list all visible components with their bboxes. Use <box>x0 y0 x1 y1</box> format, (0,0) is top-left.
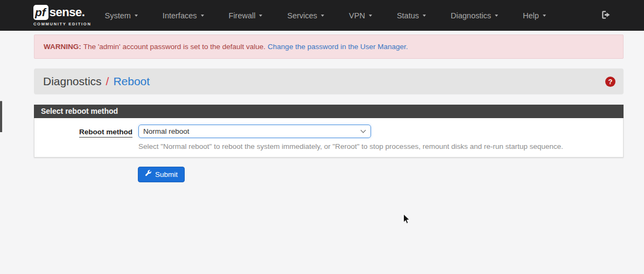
caret-down-icon <box>495 15 498 17</box>
reboot-method-help-text: Select "Normal reboot" to reboot the sys… <box>138 142 623 150</box>
wrench-icon <box>145 170 152 179</box>
breadcrumb-separator: / <box>106 75 109 87</box>
pfsense-logo-subtitle: COMMUNITY EDITION <box>33 22 92 26</box>
breadcrumb-page: Reboot <box>113 75 150 87</box>
nav-item-diagnostics[interactable]: Diagnostics <box>438 6 510 25</box>
pfsense-logo-wordmark: pf sense. <box>33 5 92 20</box>
warning-prefix: WARNING: <box>44 43 81 51</box>
nav-item-label: Status <box>397 11 419 20</box>
nav-item-system[interactable]: System <box>93 6 150 25</box>
label-column: Reboot method <box>34 125 138 150</box>
left-edge-artifact <box>0 101 2 132</box>
caret-down-icon <box>321 15 324 17</box>
nav-item-label: Help <box>523 11 539 20</box>
nav-item-firewall[interactable]: Firewall <box>216 6 275 25</box>
nav-item-label: Diagnostics <box>451 11 491 20</box>
nav-item-vpn[interactable]: VPN <box>337 6 384 25</box>
control-column: Normal reboot Select "Normal reboot" to … <box>138 125 623 150</box>
reboot-method-row: Reboot method Normal reboot Select "Norm… <box>34 125 623 150</box>
panel-title: Select reboot method <box>41 107 118 115</box>
nav-item-label: Services <box>287 11 317 20</box>
page: { "colors": { "primary": "#1a6fd8", "dan… <box>0 0 644 274</box>
help-button[interactable]: ? <box>605 77 615 87</box>
page-content: WARNING:The 'admin' account password is … <box>34 35 624 182</box>
caret-down-icon <box>369 15 372 17</box>
submit-button-label: Submit <box>155 170 178 179</box>
reboot-panel: Select reboot method Reboot method Norma… <box>34 105 624 157</box>
caret-down-icon <box>543 15 546 17</box>
submit-button[interactable]: Submit <box>138 167 185 182</box>
nav-item-label: System <box>105 11 131 20</box>
password-warning-banner: WARNING:The 'admin' account password is … <box>34 35 624 59</box>
top-navbar: pf sense. COMMUNITY EDITION System Inter… <box>0 0 644 31</box>
nav-item-label: Interfaces <box>163 11 197 20</box>
main-menu: System Interfaces Firewall Services VPN … <box>93 6 558 25</box>
nav-item-services[interactable]: Services <box>275 6 337 25</box>
mouse-cursor <box>403 214 412 227</box>
question-mark-icon: ? <box>608 78 613 86</box>
submit-row: Submit <box>34 167 624 182</box>
sign-out-icon <box>600 9 612 22</box>
caret-down-icon <box>135 15 138 17</box>
caret-down-icon <box>201 15 204 17</box>
breadcrumb-section: Diagnostics <box>43 75 102 87</box>
panel-body: Reboot method Normal reboot Select "Norm… <box>34 118 624 157</box>
nav-item-status[interactable]: Status <box>384 6 438 25</box>
breadcrumb: Diagnostics/Reboot <box>43 75 150 88</box>
nav-item-help[interactable]: Help <box>510 6 558 25</box>
panel-header: Select reboot method <box>34 105 624 118</box>
caret-down-icon <box>259 15 262 17</box>
nav-item-label: VPN <box>349 11 365 20</box>
reboot-method-select-wrap: Normal reboot <box>138 125 371 138</box>
logout-button[interactable] <box>600 9 612 22</box>
caret-down-icon <box>423 15 426 17</box>
pfsense-logo-name: sense. <box>50 6 85 18</box>
reboot-method-label: Reboot method <box>79 128 132 138</box>
pfsense-logo[interactable]: pf sense. COMMUNITY EDITION <box>33 5 92 26</box>
warning-text: The 'admin' account password is set to t… <box>83 43 265 51</box>
page-title-bar: Diagnostics/Reboot ? <box>34 68 624 94</box>
change-password-link[interactable]: Change the password in the User Manager. <box>268 43 408 51</box>
nav-item-interfaces[interactable]: Interfaces <box>150 6 216 25</box>
pfsense-logo-pf-mark: pf <box>33 5 48 20</box>
nav-item-label: Firewall <box>229 11 256 20</box>
reboot-method-select[interactable]: Normal reboot <box>138 125 371 138</box>
